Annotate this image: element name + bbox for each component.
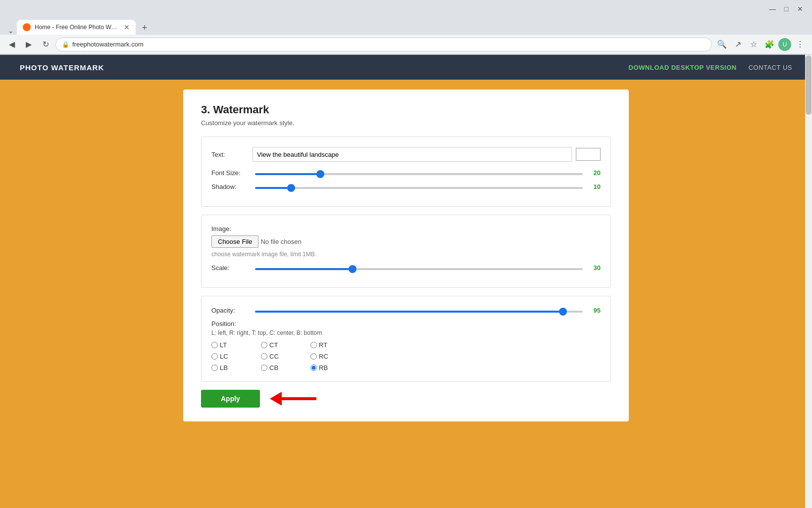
minimize-button[interactable]: — <box>765 2 779 16</box>
radio-cb[interactable] <box>261 365 267 371</box>
text-label: Text: <box>211 151 249 158</box>
site-header: PHOTO WATERMARK DOWNLOAD DESKTOP VERSION… <box>0 55 812 80</box>
radio-cc[interactable] <box>261 353 267 360</box>
scale-value: 30 <box>587 264 601 272</box>
image-label: Image: <box>211 225 601 232</box>
extensions-icon[interactable]: 🧩 <box>762 38 776 51</box>
bookmark-icon[interactable]: ☆ <box>747 38 761 51</box>
menu-icon[interactable]: ⋮ <box>793 38 807 51</box>
radio-ct[interactable] <box>261 342 267 348</box>
opacity-label: Opacity: <box>211 307 251 314</box>
address-bar[interactable]: 🔒 freephotowatermark.com <box>55 38 712 51</box>
tab-close-icon[interactable]: ✕ <box>124 23 130 31</box>
shadow-row: Shadow: 10 <box>211 183 601 190</box>
font-size-slider[interactable] <box>255 173 583 175</box>
position-ct[interactable]: CT <box>261 341 310 349</box>
opacity-slider-wrapper <box>255 306 583 314</box>
text-panel: Text: Font Size: 20 Shadow: 10 <box>201 137 611 207</box>
lock-icon: 🔒 <box>62 41 69 48</box>
scrollbar[interactable] <box>805 54 812 508</box>
radio-lb[interactable] <box>211 365 218 371</box>
position-lb[interactable]: LB <box>211 364 261 371</box>
scale-slider-wrapper <box>255 264 583 272</box>
scale-row: Scale: 30 <box>211 264 601 272</box>
shadow-slider[interactable] <box>255 187 583 189</box>
tab-favicon <box>23 23 31 31</box>
new-tab-button[interactable]: + <box>138 21 152 35</box>
shadow-label: Shadow: <box>211 183 251 190</box>
position-rt[interactable]: RT <box>310 341 360 349</box>
file-hint: choose watermark image file, limit 1MB. <box>211 251 601 258</box>
section-subtitle: Customize your watermark style. <box>201 119 611 127</box>
font-size-slider-wrapper <box>255 169 583 177</box>
close-button[interactable]: ✕ <box>793 2 807 16</box>
font-size-value: 20 <box>587 169 601 177</box>
image-panel: Image: Choose File No file chosen choose… <box>201 215 611 288</box>
active-tab[interactable]: Home - Free Online Photo Water... ✕ <box>17 20 136 35</box>
tab-title: Home - Free Online Photo Water... <box>35 24 120 31</box>
site-nav: DOWNLOAD DESKTOP VERSION CONTACT US <box>629 64 792 71</box>
refresh-button[interactable]: ↻ <box>39 38 52 51</box>
profile-icon[interactable]: U <box>778 38 791 51</box>
position-rb[interactable]: RB <box>310 364 360 371</box>
share-icon[interactable]: ↗ <box>731 38 745 51</box>
scrollbar-thumb[interactable] <box>806 55 812 115</box>
position-radio-grid: LT CT RT LC CC RC <box>211 341 601 371</box>
opacity-row: Opacity: 95 <box>211 306 601 314</box>
website: PHOTO WATERMARK DOWNLOAD DESKTOP VERSION… <box>0 55 812 508</box>
text-input[interactable] <box>253 147 572 162</box>
scale-label: Scale: <box>211 264 251 272</box>
font-size-row: Font Size: 20 <box>211 169 601 177</box>
font-size-label: Font Size: <box>211 169 251 177</box>
radio-lc[interactable] <box>211 353 218 360</box>
browser-nav: ◀ ▶ ↻ 🔒 freephotowatermark.com 🔍 ↗ ☆ 🧩 U… <box>0 35 812 54</box>
browser-tabs: ⌄ Home - Free Online Photo Water... ✕ + <box>0 18 812 35</box>
opacity-position-panel: Opacity: 95 Position: L: left, R: right,… <box>201 296 611 382</box>
url-text: freephotowatermark.com <box>72 41 144 48</box>
opacity-value: 95 <box>587 307 601 314</box>
main-content: 3. Watermark Customize your watermark st… <box>0 80 812 508</box>
radio-rb[interactable] <box>310 365 317 371</box>
choose-file-button[interactable]: Choose File <box>211 235 258 248</box>
browser-titlebar: — □ ✕ <box>0 0 812 18</box>
section-title: 3. Watermark <box>201 103 611 116</box>
apply-button[interactable]: Apply <box>201 390 260 408</box>
forward-button[interactable]: ▶ <box>22 38 36 51</box>
file-input-row: Choose File No file chosen <box>211 235 601 248</box>
radio-rt[interactable] <box>310 342 317 348</box>
position-hint: L: left, R: right, T: top, C: center, B:… <box>211 329 601 336</box>
apply-row: Apply <box>201 390 611 408</box>
nav-right: 🔍 ↗ ☆ 🧩 U ⋮ <box>715 38 807 51</box>
position-cb[interactable]: CB <box>261 364 310 371</box>
arrow-indicator <box>270 392 316 406</box>
shadow-slider-wrapper <box>255 183 583 190</box>
radio-lt[interactable] <box>211 342 218 348</box>
maximize-button[interactable]: □ <box>779 2 793 16</box>
position-label: Position: <box>211 320 601 327</box>
radio-rc[interactable] <box>310 353 317 360</box>
no-file-text: No file chosen <box>260 238 301 245</box>
opacity-slider[interactable] <box>255 311 583 313</box>
browser-chrome: — □ ✕ ⌄ Home - Free Online Photo Water..… <box>0 0 812 55</box>
search-icon[interactable]: 🔍 <box>715 38 729 51</box>
shadow-value: 10 <box>587 183 601 190</box>
arrow-body <box>282 397 316 400</box>
watermark-card: 3. Watermark Customize your watermark st… <box>183 90 629 421</box>
text-field-row: Text: <box>211 147 601 162</box>
contact-us-link[interactable]: CONTACT US <box>749 64 792 71</box>
position-lc[interactable]: LC <box>211 353 261 360</box>
color-swatch[interactable] <box>576 148 601 161</box>
position-cc[interactable]: CC <box>261 353 310 360</box>
scale-slider[interactable] <box>255 268 583 270</box>
site-logo: PHOTO WATERMARK <box>20 63 104 72</box>
back-button[interactable]: ◀ <box>5 38 19 51</box>
arrow-head <box>270 392 282 406</box>
position-rc[interactable]: RC <box>310 353 360 360</box>
position-lt[interactable]: LT <box>211 341 261 349</box>
download-desktop-link[interactable]: DOWNLOAD DESKTOP VERSION <box>629 64 737 71</box>
chevron-down-icon[interactable]: ⌄ <box>5 27 17 35</box>
